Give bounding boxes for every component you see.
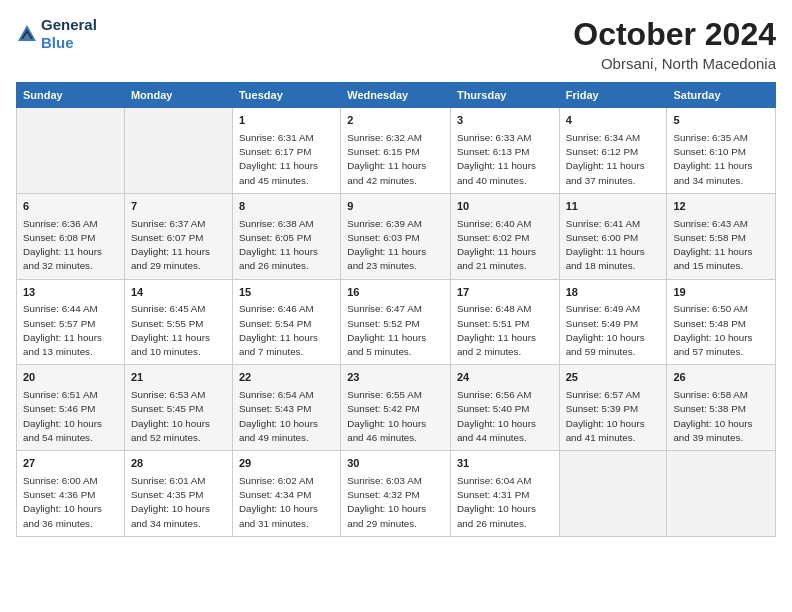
day-number: 17 bbox=[457, 285, 553, 301]
info-line: Daylight: 10 hours and 44 minutes. bbox=[457, 417, 553, 445]
month-title: October 2024 bbox=[573, 16, 776, 53]
info-line: Sunset: 6:05 PM bbox=[239, 231, 334, 245]
info-line: Daylight: 11 hours and 5 minutes. bbox=[347, 331, 444, 359]
info-line: Sunset: 5:49 PM bbox=[566, 317, 661, 331]
day-info: Sunrise: 6:00 AMSunset: 4:36 PMDaylight:… bbox=[23, 474, 118, 531]
info-line: Sunrise: 6:55 AM bbox=[347, 388, 444, 402]
day-number: 18 bbox=[566, 285, 661, 301]
week-row-3: 20Sunrise: 6:51 AMSunset: 5:46 PMDayligh… bbox=[17, 365, 776, 451]
calendar-cell: 3Sunrise: 6:33 AMSunset: 6:13 PMDaylight… bbox=[450, 108, 559, 194]
calendar-cell: 13Sunrise: 6:44 AMSunset: 5:57 PMDayligh… bbox=[17, 279, 125, 365]
info-line: Sunrise: 6:53 AM bbox=[131, 388, 226, 402]
day-number: 14 bbox=[131, 285, 226, 301]
day-info: Sunrise: 6:55 AMSunset: 5:42 PMDaylight:… bbox=[347, 388, 444, 445]
info-line: Daylight: 11 hours and 40 minutes. bbox=[457, 159, 553, 187]
header: General Blue October 2024 Obrsani, North… bbox=[16, 16, 776, 72]
day-info: Sunrise: 6:38 AMSunset: 6:05 PMDaylight:… bbox=[239, 217, 334, 274]
info-line: Sunset: 6:02 PM bbox=[457, 231, 553, 245]
day-number: 13 bbox=[23, 285, 118, 301]
info-line: Sunrise: 6:37 AM bbox=[131, 217, 226, 231]
day-info: Sunrise: 6:58 AMSunset: 5:38 PMDaylight:… bbox=[673, 388, 769, 445]
info-line: Sunset: 6:10 PM bbox=[673, 145, 769, 159]
info-line: Sunrise: 6:01 AM bbox=[131, 474, 226, 488]
info-line: Sunrise: 6:38 AM bbox=[239, 217, 334, 231]
day-number: 10 bbox=[457, 199, 553, 215]
info-line: Sunrise: 6:48 AM bbox=[457, 302, 553, 316]
calendar-cell bbox=[17, 108, 125, 194]
info-line: Sunrise: 6:36 AM bbox=[23, 217, 118, 231]
info-line: Daylight: 11 hours and 10 minutes. bbox=[131, 331, 226, 359]
day-info: Sunrise: 6:02 AMSunset: 4:34 PMDaylight:… bbox=[239, 474, 334, 531]
day-number: 16 bbox=[347, 285, 444, 301]
day-info: Sunrise: 6:57 AMSunset: 5:39 PMDaylight:… bbox=[566, 388, 661, 445]
info-line: Daylight: 10 hours and 54 minutes. bbox=[23, 417, 118, 445]
calendar-cell bbox=[667, 451, 776, 537]
day-info: Sunrise: 6:40 AMSunset: 6:02 PMDaylight:… bbox=[457, 217, 553, 274]
info-line: Sunset: 5:45 PM bbox=[131, 402, 226, 416]
info-line: Sunset: 5:46 PM bbox=[23, 402, 118, 416]
info-line: Sunset: 5:52 PM bbox=[347, 317, 444, 331]
day-info: Sunrise: 6:37 AMSunset: 6:07 PMDaylight:… bbox=[131, 217, 226, 274]
info-line: Sunset: 5:43 PM bbox=[239, 402, 334, 416]
info-line: Sunset: 6:17 PM bbox=[239, 145, 334, 159]
day-number: 29 bbox=[239, 456, 334, 472]
week-row-0: 1Sunrise: 6:31 AMSunset: 6:17 PMDaylight… bbox=[17, 108, 776, 194]
calendar-cell: 23Sunrise: 6:55 AMSunset: 5:42 PMDayligh… bbox=[341, 365, 451, 451]
day-info: Sunrise: 6:56 AMSunset: 5:40 PMDaylight:… bbox=[457, 388, 553, 445]
day-info: Sunrise: 6:47 AMSunset: 5:52 PMDaylight:… bbox=[347, 302, 444, 359]
calendar-table: SundayMondayTuesdayWednesdayThursdayFrid… bbox=[16, 82, 776, 537]
day-number: 9 bbox=[347, 199, 444, 215]
calendar-cell: 5Sunrise: 6:35 AMSunset: 6:10 PMDaylight… bbox=[667, 108, 776, 194]
calendar-header-row: SundayMondayTuesdayWednesdayThursdayFrid… bbox=[17, 83, 776, 108]
info-line: Sunset: 6:03 PM bbox=[347, 231, 444, 245]
info-line: Sunrise: 6:34 AM bbox=[566, 131, 661, 145]
calendar-cell: 28Sunrise: 6:01 AMSunset: 4:35 PMDayligh… bbox=[124, 451, 232, 537]
info-line: Sunset: 6:15 PM bbox=[347, 145, 444, 159]
info-line: Sunset: 5:42 PM bbox=[347, 402, 444, 416]
calendar-body: 1Sunrise: 6:31 AMSunset: 6:17 PMDaylight… bbox=[17, 108, 776, 537]
calendar-cell: 31Sunrise: 6:04 AMSunset: 4:31 PMDayligh… bbox=[450, 451, 559, 537]
info-line: Daylight: 11 hours and 32 minutes. bbox=[23, 245, 118, 273]
calendar-cell: 15Sunrise: 6:46 AMSunset: 5:54 PMDayligh… bbox=[232, 279, 340, 365]
header-day-thursday: Thursday bbox=[450, 83, 559, 108]
day-info: Sunrise: 6:39 AMSunset: 6:03 PMDaylight:… bbox=[347, 217, 444, 274]
title-area: October 2024 Obrsani, North Macedonia bbox=[573, 16, 776, 72]
day-info: Sunrise: 6:50 AMSunset: 5:48 PMDaylight:… bbox=[673, 302, 769, 359]
info-line: Sunrise: 6:33 AM bbox=[457, 131, 553, 145]
day-info: Sunrise: 6:53 AMSunset: 5:45 PMDaylight:… bbox=[131, 388, 226, 445]
info-line: Sunset: 6:07 PM bbox=[131, 231, 226, 245]
info-line: Daylight: 11 hours and 15 minutes. bbox=[673, 245, 769, 273]
calendar-cell: 9Sunrise: 6:39 AMSunset: 6:03 PMDaylight… bbox=[341, 193, 451, 279]
info-line: Sunset: 5:58 PM bbox=[673, 231, 769, 245]
day-number: 25 bbox=[566, 370, 661, 386]
calendar-cell: 16Sunrise: 6:47 AMSunset: 5:52 PMDayligh… bbox=[341, 279, 451, 365]
info-line: Sunrise: 6:04 AM bbox=[457, 474, 553, 488]
calendar-cell: 30Sunrise: 6:03 AMSunset: 4:32 PMDayligh… bbox=[341, 451, 451, 537]
info-line: Sunrise: 6:49 AM bbox=[566, 302, 661, 316]
info-line: Daylight: 11 hours and 7 minutes. bbox=[239, 331, 334, 359]
info-line: Sunrise: 6:32 AM bbox=[347, 131, 444, 145]
calendar-cell: 12Sunrise: 6:43 AMSunset: 5:58 PMDayligh… bbox=[667, 193, 776, 279]
info-line: Sunset: 4:31 PM bbox=[457, 488, 553, 502]
info-line: Daylight: 10 hours and 31 minutes. bbox=[239, 502, 334, 530]
day-info: Sunrise: 6:46 AMSunset: 5:54 PMDaylight:… bbox=[239, 302, 334, 359]
day-info: Sunrise: 6:51 AMSunset: 5:46 PMDaylight:… bbox=[23, 388, 118, 445]
header-day-wednesday: Wednesday bbox=[341, 83, 451, 108]
day-number: 31 bbox=[457, 456, 553, 472]
day-info: Sunrise: 6:41 AMSunset: 6:00 PMDaylight:… bbox=[566, 217, 661, 274]
calendar-cell: 27Sunrise: 6:00 AMSunset: 4:36 PMDayligh… bbox=[17, 451, 125, 537]
calendar-cell: 10Sunrise: 6:40 AMSunset: 6:02 PMDayligh… bbox=[450, 193, 559, 279]
info-line: Sunset: 6:13 PM bbox=[457, 145, 553, 159]
info-line: Daylight: 11 hours and 42 minutes. bbox=[347, 159, 444, 187]
day-info: Sunrise: 6:44 AMSunset: 5:57 PMDaylight:… bbox=[23, 302, 118, 359]
calendar-cell: 18Sunrise: 6:49 AMSunset: 5:49 PMDayligh… bbox=[559, 279, 667, 365]
day-number: 5 bbox=[673, 113, 769, 129]
day-info: Sunrise: 6:31 AMSunset: 6:17 PMDaylight:… bbox=[239, 131, 334, 188]
day-info: Sunrise: 6:01 AMSunset: 4:35 PMDaylight:… bbox=[131, 474, 226, 531]
day-info: Sunrise: 6:33 AMSunset: 6:13 PMDaylight:… bbox=[457, 131, 553, 188]
calendar-cell: 22Sunrise: 6:54 AMSunset: 5:43 PMDayligh… bbox=[232, 365, 340, 451]
page: General Blue October 2024 Obrsani, North… bbox=[0, 0, 792, 612]
day-number: 26 bbox=[673, 370, 769, 386]
day-number: 21 bbox=[131, 370, 226, 386]
info-line: Sunrise: 6:45 AM bbox=[131, 302, 226, 316]
